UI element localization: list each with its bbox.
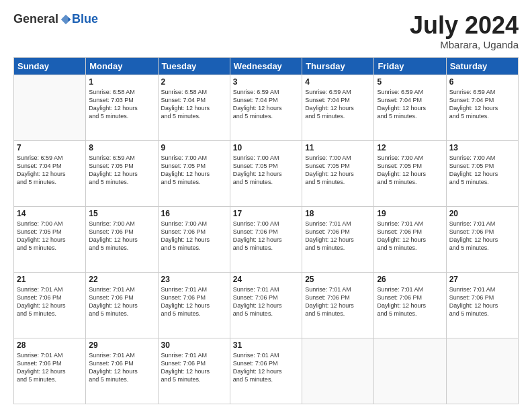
day-info: Sunrise: 6:59 AM Sunset: 7:04 PM Dayligh… <box>305 88 371 121</box>
day-number: 3 <box>233 77 299 87</box>
day-number: 6 <box>449 77 515 87</box>
day-number: 11 <box>305 143 371 152</box>
calendar-cell: 20Sunrise: 7:01 AM Sunset: 7:06 PM Dayli… <box>446 206 518 272</box>
day-number: 22 <box>89 275 154 284</box>
day-number: 2 <box>161 77 227 87</box>
day-info: Sunrise: 6:58 AM Sunset: 7:04 PM Dayligh… <box>161 88 227 121</box>
day-info: Sunrise: 7:00 AM Sunset: 7:05 PM Dayligh… <box>161 154 227 187</box>
logo-text: General Blue <box>13 12 98 26</box>
title-area: July 2024 Mbarara, Uganda <box>410 12 519 50</box>
day-number: 8 <box>89 143 154 152</box>
calendar-cell: 22Sunrise: 7:01 AM Sunset: 7:06 PM Dayli… <box>86 272 158 338</box>
day-info: Sunrise: 6:59 AM Sunset: 7:05 PM Dayligh… <box>89 154 154 187</box>
day-info: Sunrise: 7:01 AM Sunset: 7:06 PM Dayligh… <box>17 351 83 384</box>
day-info: Sunrise: 7:00 AM Sunset: 7:06 PM Dayligh… <box>233 220 299 253</box>
logo-general-text: General <box>13 12 58 26</box>
calendar-header-row: SundayMondayTuesdayWednesdayThursdayFrid… <box>14 57 519 75</box>
day-info: Sunrise: 7:01 AM Sunset: 7:06 PM Dayligh… <box>161 285 227 318</box>
day-info: Sunrise: 7:00 AM Sunset: 7:05 PM Dayligh… <box>377 154 443 187</box>
calendar-cell: 17Sunrise: 7:00 AM Sunset: 7:06 PM Dayli… <box>230 206 302 272</box>
calendar-cell: 3Sunrise: 6:59 AM Sunset: 7:04 PM Daylig… <box>230 75 302 140</box>
logo-blue-text: Blue <box>72 12 98 26</box>
col-header-tuesday: Tuesday <box>158 57 230 75</box>
header: General Blue July 2024 Mbarara, Uganda <box>13 12 519 50</box>
day-info: Sunrise: 7:01 AM Sunset: 7:06 PM Dayligh… <box>377 285 443 318</box>
calendar-cell: 14Sunrise: 7:00 AM Sunset: 7:05 PM Dayli… <box>14 206 86 272</box>
day-info: Sunrise: 7:00 AM Sunset: 7:05 PM Dayligh… <box>449 154 515 187</box>
day-info: Sunrise: 6:59 AM Sunset: 7:04 PM Dayligh… <box>377 88 443 121</box>
calendar-cell: 8Sunrise: 6:59 AM Sunset: 7:05 PM Daylig… <box>86 140 158 206</box>
day-number: 1 <box>89 77 154 87</box>
calendar-cell: 12Sunrise: 7:00 AM Sunset: 7:05 PM Dayli… <box>374 140 446 206</box>
day-info: Sunrise: 7:01 AM Sunset: 7:06 PM Dayligh… <box>377 220 443 253</box>
day-info: Sunrise: 7:01 AM Sunset: 7:06 PM Dayligh… <box>233 351 299 384</box>
calendar-cell: 6Sunrise: 6:59 AM Sunset: 7:04 PM Daylig… <box>446 75 518 140</box>
day-number: 9 <box>161 143 227 152</box>
calendar-cell: 23Sunrise: 7:01 AM Sunset: 7:06 PM Dayli… <box>158 272 230 338</box>
day-number: 15 <box>89 209 154 218</box>
day-number: 23 <box>161 275 227 284</box>
day-number: 31 <box>233 340 299 350</box>
day-info: Sunrise: 7:01 AM Sunset: 7:06 PM Dayligh… <box>233 285 299 318</box>
day-info: Sunrise: 7:01 AM Sunset: 7:06 PM Dayligh… <box>449 285 515 318</box>
calendar-cell <box>446 338 518 404</box>
col-header-sunday: Sunday <box>14 57 86 75</box>
day-number: 29 <box>89 340 154 350</box>
day-number: 24 <box>233 275 299 284</box>
calendar-cell <box>14 75 86 140</box>
day-info: Sunrise: 7:01 AM Sunset: 7:06 PM Dayligh… <box>305 220 371 253</box>
logo-icon <box>60 13 72 26</box>
calendar-week-2: 7Sunrise: 6:59 AM Sunset: 7:04 PM Daylig… <box>14 140 519 206</box>
day-number: 26 <box>377 275 443 284</box>
calendar-cell: 30Sunrise: 7:01 AM Sunset: 7:06 PM Dayli… <box>158 338 230 404</box>
day-number: 25 <box>305 275 371 284</box>
day-number: 28 <box>17 340 83 350</box>
day-info: Sunrise: 7:01 AM Sunset: 7:06 PM Dayligh… <box>449 220 515 253</box>
col-header-saturday: Saturday <box>446 57 518 75</box>
calendar-cell: 24Sunrise: 7:01 AM Sunset: 7:06 PM Dayli… <box>230 272 302 338</box>
calendar-cell: 19Sunrise: 7:01 AM Sunset: 7:06 PM Dayli… <box>374 206 446 272</box>
calendar-cell: 13Sunrise: 7:00 AM Sunset: 7:05 PM Dayli… <box>446 140 518 206</box>
day-number: 14 <box>17 209 83 218</box>
calendar-week-4: 21Sunrise: 7:01 AM Sunset: 7:06 PM Dayli… <box>14 272 519 338</box>
col-header-friday: Friday <box>374 57 446 75</box>
col-header-wednesday: Wednesday <box>230 57 302 75</box>
day-number: 7 <box>17 143 83 152</box>
calendar-cell: 2Sunrise: 6:58 AM Sunset: 7:04 PM Daylig… <box>158 75 230 140</box>
col-header-monday: Monday <box>86 57 158 75</box>
calendar-cell: 4Sunrise: 6:59 AM Sunset: 7:04 PM Daylig… <box>302 75 374 140</box>
calendar-cell: 16Sunrise: 7:00 AM Sunset: 7:06 PM Dayli… <box>158 206 230 272</box>
calendar-cell: 9Sunrise: 7:00 AM Sunset: 7:05 PM Daylig… <box>158 140 230 206</box>
location: Mbarara, Uganda <box>410 39 519 50</box>
day-info: Sunrise: 7:01 AM Sunset: 7:06 PM Dayligh… <box>305 285 371 318</box>
day-info: Sunrise: 6:59 AM Sunset: 7:04 PM Dayligh… <box>233 88 299 121</box>
day-info: Sunrise: 7:00 AM Sunset: 7:05 PM Dayligh… <box>17 220 83 253</box>
day-info: Sunrise: 7:00 AM Sunset: 7:06 PM Dayligh… <box>161 220 227 253</box>
calendar-week-1: 1Sunrise: 6:58 AM Sunset: 7:03 PM Daylig… <box>14 75 519 140</box>
day-info: Sunrise: 7:01 AM Sunset: 7:06 PM Dayligh… <box>89 351 154 384</box>
calendar: SundayMondayTuesdayWednesdayThursdayFrid… <box>13 57 519 404</box>
day-number: 18 <box>305 209 371 218</box>
day-number: 12 <box>377 143 443 152</box>
calendar-week-3: 14Sunrise: 7:00 AM Sunset: 7:05 PM Dayli… <box>14 206 519 272</box>
calendar-cell: 7Sunrise: 6:59 AM Sunset: 7:04 PM Daylig… <box>14 140 86 206</box>
calendar-cell: 1Sunrise: 6:58 AM Sunset: 7:03 PM Daylig… <box>86 75 158 140</box>
page: General Blue July 2024 Mbarara, Uganda S… <box>0 0 532 411</box>
day-number: 30 <box>161 340 227 350</box>
calendar-cell: 15Sunrise: 7:00 AM Sunset: 7:06 PM Dayli… <box>86 206 158 272</box>
day-number: 10 <box>233 143 299 152</box>
day-info: Sunrise: 7:01 AM Sunset: 7:06 PM Dayligh… <box>89 285 154 318</box>
day-number: 4 <box>305 77 371 87</box>
calendar-cell: 29Sunrise: 7:01 AM Sunset: 7:06 PM Dayli… <box>86 338 158 404</box>
logo: General Blue <box>13 12 98 26</box>
day-number: 20 <box>449 209 515 218</box>
col-header-thursday: Thursday <box>302 57 374 75</box>
calendar-cell <box>302 338 374 404</box>
calendar-cell: 27Sunrise: 7:01 AM Sunset: 7:06 PM Dayli… <box>446 272 518 338</box>
day-info: Sunrise: 7:00 AM Sunset: 7:05 PM Dayligh… <box>305 154 371 187</box>
day-number: 27 <box>449 275 515 284</box>
calendar-cell: 11Sunrise: 7:00 AM Sunset: 7:05 PM Dayli… <box>302 140 374 206</box>
day-info: Sunrise: 7:00 AM Sunset: 7:06 PM Dayligh… <box>89 220 154 253</box>
calendar-cell: 18Sunrise: 7:01 AM Sunset: 7:06 PM Dayli… <box>302 206 374 272</box>
calendar-week-5: 28Sunrise: 7:01 AM Sunset: 7:06 PM Dayli… <box>14 338 519 404</box>
